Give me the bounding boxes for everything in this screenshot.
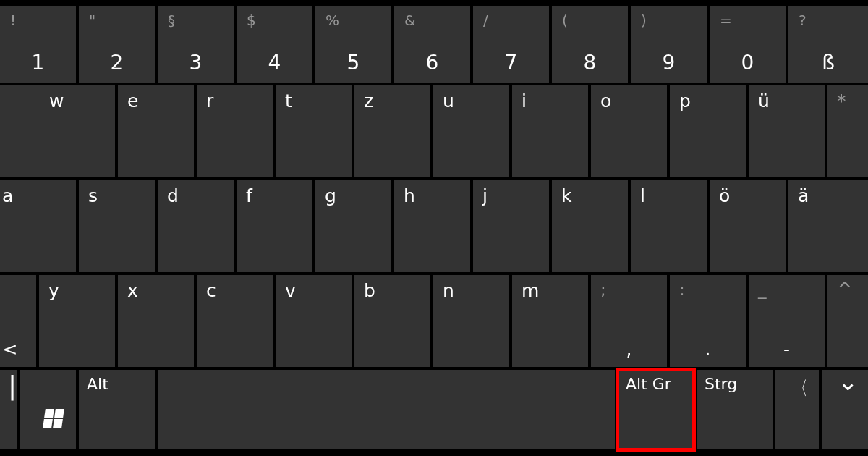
key-j[interactable]: j (473, 180, 549, 272)
chevron-down-icon: ⌄ (838, 367, 859, 396)
key-less-than[interactable]: < (0, 275, 36, 367)
key-main-label: y (48, 280, 59, 301)
key-down[interactable]: ⌄ (822, 370, 868, 449)
key-o-umlaut[interactable]: ö (710, 180, 786, 272)
key-7[interactable]: /7 (473, 6, 549, 83)
key-comma[interactable]: ;, (591, 275, 667, 367)
key-k[interactable]: k (552, 180, 628, 272)
key-9[interactable]: )9 (631, 6, 707, 83)
key-main-label: i (522, 90, 527, 111)
key-caret[interactable]: ^ (827, 275, 868, 367)
key-main-label: f (246, 185, 252, 206)
key-n[interactable]: n (433, 275, 509, 367)
key-shift-label: ! (10, 12, 16, 29)
key-main-label: l (640, 185, 645, 206)
key-main-label: j (482, 185, 488, 206)
key-x[interactable]: x (118, 275, 194, 367)
key-s[interactable]: s (79, 180, 155, 272)
key-main-label: 0 (710, 51, 786, 75)
key-main-label: 9 (631, 51, 707, 75)
key-main-label: m (522, 280, 539, 301)
key-p[interactable]: p (670, 85, 746, 177)
key-space[interactable] (158, 370, 615, 449)
key-main-label: . (670, 339, 746, 360)
key-v[interactable]: v (276, 275, 352, 367)
key-main-label: w (49, 90, 64, 111)
key-main-label: ü (758, 90, 770, 111)
key-main-label: * (837, 90, 846, 111)
key-shift-label: § (168, 12, 175, 29)
key-pipe[interactable]: | (0, 370, 17, 449)
key-main-label: ä (798, 185, 809, 206)
key-minus[interactable]: _- (749, 275, 825, 367)
key-shift-label: : (679, 280, 685, 299)
key-main-label: d (167, 185, 179, 206)
key-1[interactable]: !1 (0, 6, 76, 83)
key-main-label: v (285, 280, 296, 301)
key-f[interactable]: f (237, 180, 312, 272)
key-u-umlaut[interactable]: ü (749, 85, 825, 177)
key-shift-label: $ (247, 12, 256, 29)
key-strg[interactable]: Strg (697, 370, 773, 449)
key-shift-label: ) (641, 12, 647, 29)
key-h[interactable]: h (394, 180, 470, 272)
key-main-label: o (600, 90, 611, 111)
key-main-label: r (206, 90, 213, 111)
key-y[interactable]: y (39, 275, 115, 367)
key-shift-label: / (483, 12, 488, 29)
key-main-label: 5 (315, 51, 391, 75)
pipe-label: | (8, 375, 17, 397)
key-shift-label: ^ (837, 279, 853, 300)
key-u[interactable]: u (433, 85, 509, 177)
key-0[interactable]: =0 (710, 6, 786, 83)
key-o[interactable]: o (591, 85, 667, 177)
key-main-label: k (561, 185, 571, 206)
key-4[interactable]: $4 (237, 6, 312, 83)
key-main-label: x (127, 280, 138, 301)
key-r[interactable]: r (197, 85, 273, 177)
key-period[interactable]: :. (670, 275, 746, 367)
key-main-label: t (285, 90, 292, 111)
key-l[interactable]: l (631, 180, 707, 272)
key-z[interactable]: z (354, 85, 430, 177)
key-altgr[interactable]: Alt Gr (618, 370, 694, 449)
key-g[interactable]: g (315, 180, 391, 272)
key-2[interactable]: "2 (79, 6, 155, 83)
key-a[interactable]: a (0, 180, 76, 272)
key-main-label: ß (788, 51, 868, 75)
key-c[interactable]: c (197, 275, 273, 367)
key-asterisk[interactable]: * (827, 85, 868, 177)
key-alt[interactable]: Alt (79, 370, 155, 449)
key-left[interactable]: 〈 (775, 370, 819, 449)
key-b[interactable]: b (354, 275, 430, 367)
key-main-label: 3 (158, 51, 234, 75)
key-windows[interactable] (20, 370, 76, 449)
key-main-label: b (364, 280, 375, 301)
windows-icon (44, 409, 63, 428)
key-main-label: 2 (79, 51, 155, 75)
key-w[interactable]: w (0, 85, 115, 177)
key-6[interactable]: &6 (394, 6, 470, 83)
key-shift-label: ; (600, 280, 606, 299)
key-shift-label: % (326, 12, 339, 29)
key-5[interactable]: %5 (315, 6, 391, 83)
key-i[interactable]: i (512, 85, 588, 177)
key-e[interactable]: e (118, 85, 194, 177)
key-main-label: , (591, 339, 667, 360)
key-main-label: e (127, 90, 138, 111)
key-main-label: < (0, 339, 20, 360)
key-shift-label: & (404, 12, 416, 29)
key-main-label: 6 (394, 51, 470, 75)
key-main-label: p (679, 90, 691, 111)
key-d[interactable]: d (158, 180, 234, 272)
key-m[interactable]: m (512, 275, 588, 367)
key-shift-label: = (720, 12, 732, 29)
key-a-umlaut[interactable]: ä (788, 180, 868, 272)
key-t[interactable]: t (276, 85, 352, 177)
key-3[interactable]: §3 (158, 6, 234, 83)
key-main-label: h (404, 185, 415, 206)
key-8[interactable]: (8 (552, 6, 628, 83)
key-main-label: 7 (473, 51, 549, 75)
key-eszett[interactable]: ?ß (788, 6, 868, 83)
key-shift-label: ( (562, 12, 568, 29)
